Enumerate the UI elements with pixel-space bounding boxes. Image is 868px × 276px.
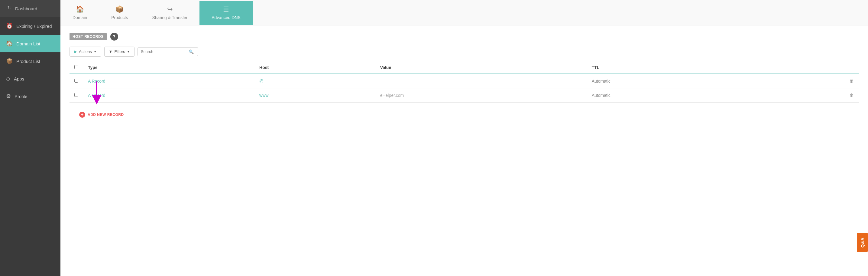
sidebar-item-label: Expiring / Expired (16, 24, 52, 29)
row1-delete-button[interactable]: 🗑 (849, 78, 854, 84)
header-checkbox-col (69, 61, 83, 74)
help-icon-button[interactable]: ? (110, 33, 118, 40)
row1-delete-cell: 🗑 (767, 74, 859, 88)
sidebar-item-label: Profile (14, 94, 28, 99)
sidebar-item-label: Domain List (16, 41, 40, 46)
filters-label: Filters (114, 49, 125, 54)
table-body: A Record @ Automatic 🗑 A Record www (69, 74, 859, 127)
header-host: Host (254, 61, 375, 74)
actions-chevron-icon: ▼ (94, 50, 97, 53)
filter-icon: ▼ (109, 49, 113, 54)
row2-delete-cell: 🗑 (767, 88, 859, 103)
table-row: A Record www eHelper.com Automatic 🗑 (69, 88, 859, 103)
row1-checkbox-cell (69, 74, 83, 88)
main-content: 🏠 Domain 📦 Products ↪ Sharing & Transfer… (60, 0, 868, 276)
sidebar-item-label: Apps (14, 76, 24, 81)
row1-type: A Record (83, 74, 254, 88)
table-header: Type Host Value TTL (69, 61, 859, 74)
sidebar-item-product-list[interactable]: 📦 Product List (0, 52, 60, 70)
sidebar-item-label: Dashboard (15, 6, 37, 11)
section-header: HOST RECORDS ? (69, 33, 859, 40)
add-icon: + (79, 112, 85, 118)
advanced-dns-tab-icon: ☰ (223, 5, 229, 13)
select-all-checkbox[interactable] (74, 65, 78, 69)
toolbar: ▶ Actions ▼ ▼ Filters ▼ 🔍 (69, 47, 859, 57)
tab-domain[interactable]: 🏠 Domain (60, 1, 99, 25)
search-box: 🔍 (137, 47, 198, 56)
tab-label: Domain (72, 15, 87, 20)
profile-icon: ⚙ (6, 93, 11, 100)
sidebar-item-dashboard[interactable]: ⏱ Dashboard (0, 0, 60, 17)
row2-checkbox[interactable] (74, 93, 78, 97)
play-icon: ▶ (74, 49, 77, 54)
add-record-row: + ADD NEW RECORD (69, 103, 859, 127)
filters-button[interactable]: ▼ Filters ▼ (104, 47, 134, 57)
tab-label: Sharing & Transfer (152, 15, 188, 20)
row2-checkbox-cell (69, 88, 83, 103)
add-record-container: + ADD NEW RECORD (74, 107, 854, 122)
row1-checkbox[interactable] (74, 79, 78, 83)
add-record-label: ADD NEW RECORD (88, 113, 124, 117)
filters-chevron-icon: ▼ (127, 50, 130, 53)
dashboard-icon: ⏱ (6, 5, 11, 12)
sidebar-item-apps[interactable]: ◇ Apps (0, 70, 60, 87)
row2-type: A Record (83, 88, 254, 103)
row2-ttl: Automatic (587, 88, 767, 103)
qa-button[interactable]: Q&A (857, 233, 868, 252)
domain-list-icon: 🏠 (6, 40, 13, 47)
sidebar-item-expiring[interactable]: ⏰ Expiring / Expired (0, 17, 60, 35)
domain-tab-icon: 🏠 (76, 5, 84, 13)
row1-ttl: Automatic (587, 74, 767, 88)
tab-label: Products (111, 15, 128, 20)
add-record-cell: + ADD NEW RECORD (69, 103, 859, 127)
tab-bar: 🏠 Domain 📦 Products ↪ Sharing & Transfer… (60, 0, 868, 25)
tab-advanced-dns[interactable]: ☰ Advanced DNS (199, 1, 253, 25)
header-action-col (767, 61, 859, 74)
row1-value (375, 74, 587, 88)
sidebar-item-label: Product List (16, 59, 40, 64)
row2-host: www (254, 88, 375, 103)
sharing-tab-icon: ↪ (167, 5, 173, 13)
header-value: Value (375, 61, 587, 74)
header-type: Type (83, 61, 254, 74)
product-list-icon: 📦 (6, 58, 13, 64)
table-row: A Record @ Automatic 🗑 (69, 74, 859, 88)
apps-icon: ◇ (6, 75, 10, 82)
products-tab-icon: 📦 (116, 5, 124, 13)
dns-table: Type Host Value TTL A Record @ Automatic (69, 61, 859, 127)
row2-value-text: eHelper.com (380, 93, 404, 98)
tab-label: Advanced DNS (212, 15, 241, 20)
tab-products[interactable]: 📦 Products (99, 1, 140, 25)
row2-value: eHelper.com (375, 88, 587, 103)
sidebar: ⏱ Dashboard ⏰ Expiring / Expired 🏠 Domai… (0, 0, 60, 276)
tab-sharing[interactable]: ↪ Sharing & Transfer (140, 1, 200, 25)
expiring-icon: ⏰ (6, 23, 13, 29)
row1-host: @ (254, 74, 375, 88)
add-new-record-button[interactable]: + ADD NEW RECORD (79, 112, 124, 118)
host-records-label: HOST RECORDS (69, 33, 107, 40)
search-input[interactable] (141, 49, 186, 54)
content-area: HOST RECORDS ? ▶ Actions ▼ ▼ Filters ▼ 🔍 (60, 25, 868, 276)
sidebar-item-profile[interactable]: ⚙ Profile (0, 87, 60, 105)
search-icon: 🔍 (189, 49, 194, 54)
row2-delete-button[interactable]: 🗑 (849, 92, 854, 98)
actions-button[interactable]: ▶ Actions ▼ (69, 47, 101, 57)
sidebar-item-domain-list[interactable]: 🏠 Domain List (0, 35, 60, 52)
header-ttl: TTL (587, 61, 767, 74)
actions-label: Actions (79, 49, 92, 54)
